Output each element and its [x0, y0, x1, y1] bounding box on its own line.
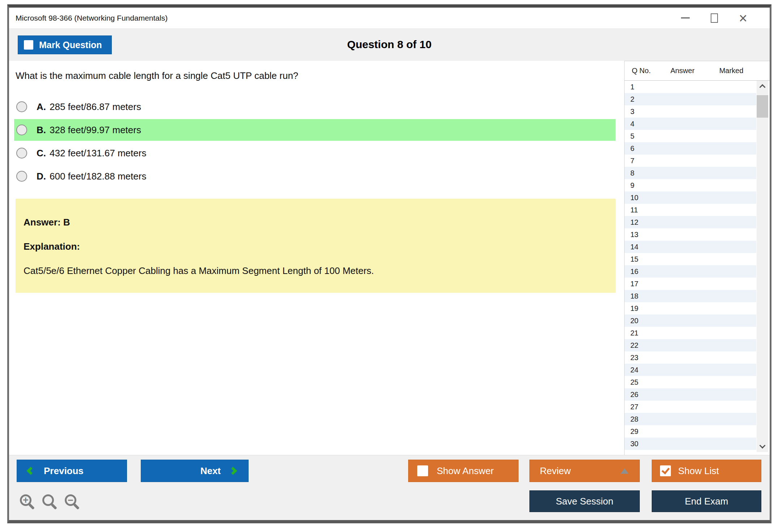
question-list-row[interactable]: 4	[625, 118, 756, 130]
zoom-out-icon[interactable]	[65, 494, 76, 506]
zoom-normal-icon[interactable]	[42, 494, 54, 506]
question-list-row[interactable]: 13	[625, 228, 756, 241]
question-number: 14	[630, 243, 638, 251]
previous-label: Previous	[44, 465, 84, 477]
show-list-button[interactable]: Show List	[652, 460, 761, 482]
question-list-row[interactable]: 22	[625, 339, 756, 351]
answer-explanation-panel: Answer: B Explanation: Cat5/5e/6 Etherne…	[16, 199, 616, 293]
question-number: 3	[630, 107, 634, 116]
maximize-icon[interactable]	[711, 13, 718, 23]
option-letter: B.	[37, 124, 46, 136]
radio-icon[interactable]	[16, 171, 27, 182]
question-list-row[interactable]: 24	[625, 364, 756, 376]
question-list-row[interactable]: 30	[625, 438, 756, 450]
radio-icon[interactable]	[16, 124, 27, 135]
question-list-row[interactable]: 2	[625, 93, 756, 105]
question-list-row[interactable]: 29	[625, 425, 756, 438]
review-button[interactable]: Review	[529, 460, 640, 482]
question-list-row[interactable]: 8	[625, 167, 756, 179]
zoom-toolbar	[20, 494, 76, 506]
next-button[interactable]: Next	[141, 460, 249, 482]
question-list-row[interactable]: 10	[625, 191, 756, 204]
question-list-row[interactable]: 19	[625, 302, 756, 314]
option-text: 600 feet/182.88 meters	[50, 171, 146, 182]
question-number: 6	[630, 144, 634, 153]
answer-label: Answer: B	[24, 217, 616, 228]
explanation-text: Cat5/5e/6 Ethernet Copper Cabling has a …	[24, 265, 616, 276]
question-list-row[interactable]: 12	[625, 216, 756, 228]
question-list-rows: 1234567891011121314151617181920212223242…	[625, 81, 756, 455]
question-list-row[interactable]: 18	[625, 290, 756, 302]
checkbox-unchecked-icon[interactable]	[24, 40, 33, 50]
chevron-left-icon	[27, 467, 35, 475]
checkbox-checked-icon[interactable]	[660, 465, 671, 476]
question-list-header: Q No. Answer Marked	[625, 61, 770, 81]
question-number: 23	[630, 354, 638, 362]
question-list-row[interactable]: 1	[625, 81, 756, 93]
question-list-row[interactable]: 5	[625, 130, 756, 142]
question-list-row[interactable]: 11	[625, 204, 756, 216]
question-number: 15	[630, 255, 638, 263]
question-list-row[interactable]: 26	[625, 388, 756, 401]
question-number: 25	[630, 378, 638, 387]
question-number: 18	[630, 292, 638, 300]
scroll-up-arrow-icon[interactable]	[757, 81, 768, 92]
question-list-row[interactable]: 28	[625, 413, 756, 425]
question-number: 7	[630, 157, 634, 165]
question-number: 13	[630, 231, 638, 239]
question-list-row[interactable]: 7	[625, 155, 756, 167]
column-answer: Answer	[661, 67, 704, 75]
save-session-button[interactable]: Save Session	[529, 490, 640, 512]
checkbox-unchecked-icon[interactable]	[417, 465, 428, 476]
question-number: 2	[630, 95, 634, 104]
option-letter: C.	[37, 148, 46, 159]
option-letter: D.	[37, 171, 46, 182]
content-area: What is the maximum cable length for a s…	[9, 61, 770, 455]
question-number: 26	[630, 390, 638, 399]
question-list-row[interactable]: 15	[625, 253, 756, 265]
option-letter: A.	[37, 101, 46, 113]
option-row-a[interactable]: A.285 feet/86.87 meters	[14, 96, 616, 118]
option-text: 328 feet/99.97 meters	[50, 124, 141, 136]
sidebar-scrollbar[interactable]	[757, 81, 768, 452]
question-list-row[interactable]: 9	[625, 179, 756, 191]
question-number: 28	[630, 415, 638, 423]
question-list-row[interactable]: 23	[625, 351, 756, 364]
minimize-icon[interactable]	[681, 17, 690, 18]
save-session-label: Save Session	[556, 496, 613, 507]
previous-button[interactable]: Previous	[17, 460, 127, 482]
show-answer-button[interactable]: Show Answer	[408, 460, 519, 482]
option-row-d[interactable]: D.600 feet/182.88 meters	[14, 165, 616, 187]
option-row-b[interactable]: B.328 feet/99.97 meters	[14, 119, 616, 141]
question-number: 10	[630, 194, 638, 202]
radio-icon[interactable]	[16, 101, 27, 112]
explanation-label: Explanation:	[24, 241, 616, 252]
question-list-row[interactable]: 14	[625, 241, 756, 253]
show-answer-label: Show Answer	[437, 465, 494, 477]
question-list-row[interactable]: 3	[625, 105, 756, 118]
question-list-row[interactable]: 6	[625, 142, 756, 155]
option-row-c[interactable]: C.432 feet/131.67 meters	[14, 142, 616, 164]
radio-icon[interactable]	[16, 148, 27, 159]
chevron-right-icon	[229, 467, 237, 475]
scroll-down-arrow-icon[interactable]	[757, 441, 768, 452]
mark-question-button[interactable]: Mark Question	[18, 35, 112, 54]
zoom-in-icon[interactable]	[20, 494, 31, 506]
question-number: 8	[630, 169, 634, 177]
question-list-row[interactable]: 25	[625, 376, 756, 388]
question-number: 21	[630, 329, 638, 337]
question-list-row[interactable]: 16	[625, 265, 756, 278]
scrollbar-thumb[interactable]	[757, 95, 768, 118]
question-counter: Question 8 of 10	[347, 38, 431, 51]
end-exam-button[interactable]: End Exam	[652, 490, 761, 512]
close-icon[interactable]	[739, 11, 747, 25]
question-list-row[interactable]: 20	[625, 314, 756, 327]
app-window: Microsoft 98-366 (Networking Fundamental…	[7, 4, 771, 523]
question-list-row[interactable]: 17	[625, 278, 756, 290]
review-label: Review	[540, 465, 571, 477]
question-list-row[interactable]: 21	[625, 327, 756, 339]
question-panel: What is the maximum cable length for a s…	[9, 61, 624, 455]
question-number: 11	[630, 206, 638, 214]
question-number: 9	[630, 181, 634, 190]
question-list-row[interactable]: 27	[625, 401, 756, 413]
